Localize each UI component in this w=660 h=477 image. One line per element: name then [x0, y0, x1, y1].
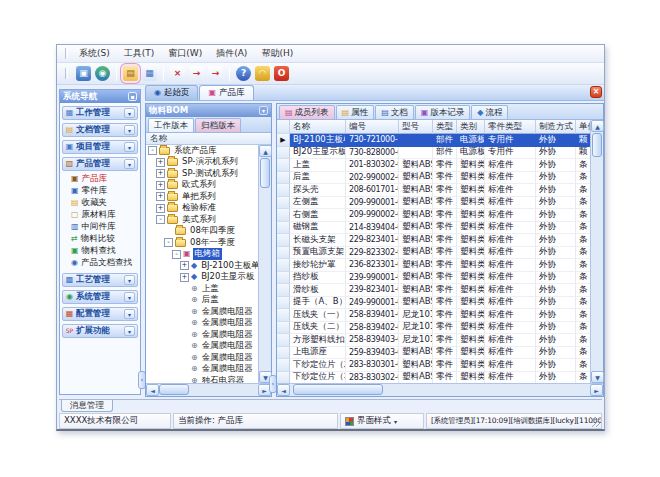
- tree-node[interactable]: +欧式系列: [146, 180, 258, 192]
- tree-expander-icon[interactable]: -: [164, 238, 173, 247]
- tree-node[interactable]: ⊕金属膜电阻器: [146, 318, 258, 330]
- chevron-down-icon[interactable]: ▾: [124, 292, 135, 302]
- tree-horizontal-scrollbar[interactable]: ◄ ►: [146, 383, 271, 396]
- scroll-right-icon[interactable]: ►: [590, 384, 603, 396]
- doc-export-icon[interactable]: →: [208, 66, 223, 81]
- scroll-down-icon[interactable]: ▼: [591, 371, 604, 383]
- tree-node[interactable]: ⊕独石电容器: [146, 375, 258, 383]
- chevron-down-icon[interactable]: ▾: [124, 275, 135, 285]
- tree-node[interactable]: ⊕金属膜电阻器: [146, 329, 258, 341]
- tree-expander-icon[interactable]: +: [156, 192, 165, 201]
- close-tab-button[interactable]: ×: [590, 86, 602, 98]
- tree-vscroll-thumb[interactable]: [260, 158, 270, 188]
- tab-version-history[interactable]: ▣版本记录: [415, 105, 471, 119]
- message-manager-tab[interactable]: 消息管理: [61, 400, 113, 412]
- ui-style-button[interactable]: 界面样式 ▾: [340, 413, 424, 429]
- column-header-7[interactable]: 制造方式: [536, 120, 576, 134]
- table-row[interactable]: 挡纱板239-990001-01E塑料ABS零件塑料类标准件外协条: [277, 272, 590, 285]
- help-icon[interactable]: ?: [236, 66, 251, 81]
- sidebar-group-work[interactable]: ▦工作管理▾: [62, 106, 138, 120]
- tree-expander-icon[interactable]: +: [156, 158, 165, 167]
- table-row[interactable]: 压线夹（一）258-839401-00E尼龙1010零件塑料类标准件外协条: [277, 309, 590, 322]
- tree-node[interactable]: 08年四季度: [146, 226, 258, 238]
- menu-item-2[interactable]: 工具(T): [117, 45, 162, 62]
- menubar-grip[interactable]: [65, 48, 68, 59]
- table-row[interactable]: 后盖202-990002-01E塑料ABS零件塑料类标准件外协条: [277, 172, 590, 185]
- sidebar-group-document[interactable]: ▤文档管理▾: [62, 123, 138, 137]
- column-header-1[interactable]: 名称: [290, 120, 346, 134]
- folder-icon[interactable]: ▤: [123, 66, 138, 81]
- sidebar-group-system[interactable]: ◉系统管理▾: [62, 290, 138, 304]
- tree-node[interactable]: -系统产品库: [146, 145, 258, 157]
- column-header-6[interactable]: 零件类型: [485, 120, 536, 134]
- chevron-down-icon[interactable]: ▾: [124, 309, 135, 319]
- tab-properties[interactable]: ▤属性: [336, 105, 375, 119]
- tree-expander-icon[interactable]: +: [156, 169, 165, 178]
- tree-hscroll-thumb[interactable]: [159, 384, 189, 395]
- column-header-8[interactable]: 单位: [576, 120, 590, 134]
- table-row[interactable]: 下纱定位片（左）283-830301-00E塑料ABS零件塑料类标准件外协条: [277, 359, 590, 372]
- tree-node[interactable]: ⊕上盖: [146, 283, 258, 295]
- table-row[interactable]: 上电源座259-839403-00E塑料ABS零件塑料类标准件外协条: [277, 347, 590, 360]
- table-row[interactable]: 磁钢盖214-839404-01E塑料ABS零件塑料类标准件外协条: [277, 222, 590, 235]
- tree-node[interactable]: -美式系列: [146, 214, 258, 226]
- column-header-4[interactable]: 类型: [433, 120, 457, 134]
- sidebar-group-product[interactable]: ▧产品管理▾: [62, 157, 138, 171]
- resize-grip[interactable]: [592, 419, 600, 427]
- sidebar-item-raw-material-lib[interactable]: ▢原材料库: [62, 209, 138, 221]
- chevron-down-icon[interactable]: ▾: [124, 142, 135, 152]
- sidebar-item-product-doc-search[interactable]: ◉产品文档查找: [62, 257, 138, 269]
- table-row[interactable]: 左侧盖209-990001-01E塑料ABS零件塑料类标准件外协条: [277, 197, 590, 210]
- tree-node[interactable]: -08年一季度: [146, 237, 258, 249]
- tree-node[interactable]: +单把系列: [146, 191, 258, 203]
- tree-expander-icon[interactable]: -: [148, 146, 157, 155]
- tree-node[interactable]: +◆BJ-2100主板单点: [146, 260, 258, 272]
- tab-start-page[interactable]: ◉起始页: [145, 85, 198, 100]
- tree-expander-icon[interactable]: +: [156, 181, 165, 190]
- table-row[interactable]: 下纱定位片（右）283-830302-00E塑料ABS零件塑料类标准件外协条: [277, 372, 590, 384]
- table-hscroll-thumb[interactable]: [293, 384, 383, 395]
- tree-column-header[interactable]: 名称: [146, 133, 271, 145]
- tab-working-version[interactable]: 工作版本: [148, 118, 194, 132]
- chevron-down-icon[interactable]: ▾: [124, 108, 135, 118]
- panel-menu-icon[interactable]: ▾: [259, 106, 268, 115]
- scroll-left-icon[interactable]: ◄: [146, 384, 159, 396]
- table-row[interactable]: BJ20主显示板730-828000-04E部件电源板专用件外协颗: [277, 147, 590, 160]
- pin-icon[interactable]: ▪: [128, 92, 137, 101]
- sidebar-item-intermediate-lib[interactable]: ▥中间件库: [62, 221, 138, 233]
- sidebar-group-extend[interactable]: SP扩展功能▾: [62, 324, 138, 338]
- menu-item-3[interactable]: 窗口(W): [161, 45, 209, 62]
- menu-item-1[interactable]: 系统(S): [72, 45, 117, 62]
- table-row[interactable]: 探头壳208-601701-01E塑料ABS零件塑料类标准件外协条: [277, 184, 590, 197]
- tree-vertical-scrollbar[interactable]: ▲ ▼: [258, 145, 271, 383]
- table-row[interactable]: 长磁头支架229-823401-00E塑料ABS零件塑料类标准件外协条: [277, 234, 590, 247]
- table-row[interactable]: 接纱轮护罩236-823301-00E塑料ABS零件塑料类标准件外协条: [277, 259, 590, 272]
- table-horizontal-scrollbar[interactable]: ◄ ►: [277, 383, 603, 396]
- sidebar-item-material-search[interactable]: ▣物料查找: [62, 245, 138, 257]
- table-row[interactable]: 方形塑料线扣258-839403-00E尼龙1010零件塑料类标准件外协条: [277, 334, 590, 347]
- table-row[interactable]: ▶BJ-2100主板单点730-721000-12E部件电源板专用件外协颗: [277, 134, 590, 147]
- window-icon[interactable]: ▣: [76, 66, 91, 81]
- doc-delete-icon[interactable]: ×: [170, 66, 185, 81]
- table-row[interactable]: 上盖201-830302-00E塑料ABS零件塑料类标准件外协条: [277, 159, 590, 172]
- menu-item-5[interactable]: 帮助(H): [254, 45, 300, 62]
- scroll-up-icon[interactable]: ▲: [259, 145, 272, 157]
- column-header-3[interactable]: 型号: [399, 120, 433, 134]
- tab-workflow[interactable]: ◆流程: [471, 105, 508, 119]
- scroll-up-icon[interactable]: ▲: [591, 120, 604, 132]
- scroll-left-icon[interactable]: ◄: [277, 384, 290, 396]
- sidebar-item-product-lib[interactable]: ▣产品库: [62, 173, 138, 185]
- tab-member-list[interactable]: ▤成员列表: [279, 105, 335, 119]
- table-vertical-scrollbar[interactable]: ▲ ▼: [590, 120, 603, 383]
- tree-expander-icon[interactable]: +: [180, 261, 189, 270]
- tab-archived-version[interactable]: 归档版本: [195, 118, 241, 132]
- tree-node[interactable]: ⊕金属膜电阻器: [146, 364, 258, 376]
- column-header-5[interactable]: 类别: [457, 120, 485, 134]
- tree-expander-icon[interactable]: +: [156, 204, 165, 213]
- tree-expander-icon[interactable]: +: [180, 273, 189, 282]
- tree-node[interactable]: +SP-测试机系列: [146, 168, 258, 180]
- sidebar-item-favorites[interactable]: ▤收藏夹: [62, 197, 138, 209]
- doc-import-icon[interactable]: →: [189, 66, 204, 81]
- chevron-down-icon[interactable]: ▾: [124, 326, 135, 336]
- sidebar-group-config[interactable]: ▦配置管理▾: [62, 307, 138, 321]
